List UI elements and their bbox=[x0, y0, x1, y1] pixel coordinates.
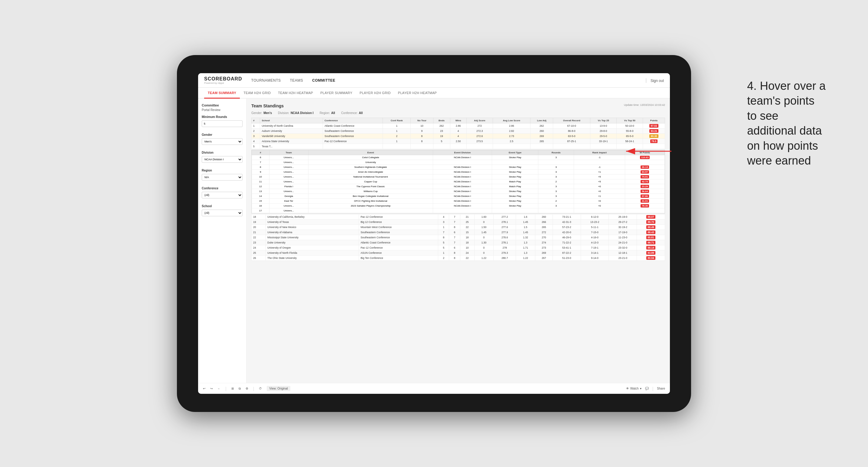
list-item: 10 bbox=[252, 175, 270, 179]
tab-player-summary[interactable]: PLAYER SUMMARY bbox=[317, 88, 356, 99]
list-item bbox=[433, 208, 492, 213]
table-row: 2.86 bbox=[450, 123, 466, 129]
view-original-button[interactable]: View: Original bbox=[267, 386, 290, 391]
list-item: +0 bbox=[574, 199, 625, 204]
table-row: 23-21-0 bbox=[609, 256, 637, 261]
table-row: 1.45 bbox=[516, 230, 535, 235]
app-title: SCOREBOARD bbox=[204, 76, 242, 82]
region-select[interactable]: N/A East bbox=[202, 174, 243, 181]
col-overall: Overall Record bbox=[553, 118, 590, 123]
table-row: Big 12 Conference bbox=[359, 220, 438, 225]
table-row: 25 bbox=[460, 220, 474, 225]
tab-team-summary[interactable]: TEAM SUMMARY bbox=[204, 88, 240, 99]
time-button[interactable]: ⏱ bbox=[259, 387, 262, 390]
list-item: 41.01 bbox=[625, 199, 665, 204]
table-row: 63-5-0 bbox=[553, 134, 590, 139]
table-row: ASUN Conference bbox=[359, 250, 438, 256]
list-item: NCAA Division I bbox=[433, 175, 492, 179]
table-row: 0 bbox=[474, 250, 493, 256]
list-item bbox=[574, 208, 625, 213]
copy-button[interactable]: ⧉ bbox=[239, 387, 241, 391]
share-button[interactable]: Share bbox=[657, 387, 665, 390]
col-vs-top25: Vs Top 25 bbox=[590, 118, 617, 123]
undo-button[interactable]: ↩ bbox=[203, 387, 205, 390]
table-row: 260 bbox=[530, 129, 553, 134]
table-row: 270 bbox=[535, 235, 553, 240]
redo-button[interactable]: ↪ bbox=[210, 387, 213, 390]
list-item: 7 bbox=[252, 160, 270, 165]
table-row: 19 bbox=[433, 134, 450, 139]
table-row: 272.6 bbox=[466, 134, 493, 139]
table-row: University of Alabama bbox=[266, 230, 359, 235]
comment-button[interactable]: 💬 bbox=[645, 387, 649, 390]
list-item: Univers... bbox=[269, 204, 308, 208]
table-row: Auburn University bbox=[260, 129, 323, 134]
list-item: Stroke Play bbox=[492, 189, 538, 194]
table-row: 42-20-0 bbox=[553, 230, 581, 235]
table-row: 2.82 bbox=[493, 129, 530, 134]
table-row: Southeastern Conference bbox=[323, 129, 383, 134]
table-row: 7-15-0 bbox=[581, 230, 609, 235]
list-item: 2 bbox=[538, 179, 574, 184]
table-row: 85.81 bbox=[637, 235, 665, 240]
table-row: 88.71 bbox=[637, 240, 665, 245]
tablet-device: SCOREBOARD Powered by clippd TOURNAMENTS… bbox=[177, 55, 691, 412]
list-item: Stroke Play bbox=[492, 175, 538, 179]
grid-button[interactable]: ⊞ bbox=[231, 387, 234, 390]
tab-team-h2h-heatmap[interactable]: TEAM H2H HEATMAP bbox=[274, 88, 317, 99]
table-row: Mountain West Conference bbox=[359, 225, 438, 230]
table-row: 277.9 bbox=[494, 230, 516, 235]
table-row: 279.3 bbox=[494, 250, 516, 256]
conference-select[interactable]: (All) bbox=[202, 192, 243, 198]
list-item: Southern Highlands Collegiate bbox=[308, 165, 433, 170]
list-item: 2023 Sahalee Players Championship bbox=[308, 204, 433, 208]
col-bnds: Bnds bbox=[433, 118, 450, 123]
list-item: NCAA Division I bbox=[433, 155, 492, 160]
table-row: Arizona State University bbox=[260, 139, 323, 144]
table-row bbox=[553, 144, 590, 149]
list-item bbox=[625, 208, 665, 213]
table-row: 1 bbox=[383, 139, 411, 144]
col-low-adj: Low Adj bbox=[530, 118, 553, 123]
division-select[interactable]: NCAA Division I NCAA Division II bbox=[202, 156, 243, 163]
sidebar-region-label: Region bbox=[202, 169, 243, 172]
tab-player-h2h-heatmap[interactable]: PLAYER H2H HEATMAP bbox=[394, 88, 440, 99]
table-row: 5 bbox=[433, 139, 450, 144]
table-row: 272.3 bbox=[466, 129, 493, 134]
table-row: 4 bbox=[252, 139, 260, 144]
list-item bbox=[625, 160, 665, 165]
table-row: 23 bbox=[433, 129, 450, 134]
back-button[interactable]: ← bbox=[217, 387, 220, 390]
table-row: 8 bbox=[411, 134, 433, 139]
tab-team-h2h-grid[interactable]: TEAM H2H GRID bbox=[240, 88, 274, 99]
nav-tournaments[interactable]: TOURNAMENTS bbox=[251, 77, 281, 84]
list-item: +5 bbox=[574, 175, 625, 179]
min-rounds-input[interactable] bbox=[202, 120, 243, 127]
table-row: 46-29-0 bbox=[553, 235, 581, 240]
sidebar-conference-label: Conference bbox=[202, 187, 243, 190]
table-row: Atlantic Coast Conference bbox=[323, 123, 383, 129]
watch-button[interactable]: 👁 Watch ▾ bbox=[626, 387, 642, 390]
settings-button[interactable]: ⚙ bbox=[246, 387, 248, 390]
table-row: 2 bbox=[383, 134, 411, 139]
table-row: University of Texas bbox=[266, 220, 359, 225]
filter-conference: Conference: All bbox=[341, 111, 363, 115]
table-row: 57-23-2 bbox=[553, 225, 581, 230]
col-no-tour: No Tour bbox=[411, 118, 433, 123]
tab-player-h2h-grid[interactable]: PLAYER H2H GRID bbox=[356, 88, 394, 99]
table-row: The Ohio State University bbox=[266, 256, 359, 261]
table-row: 20 bbox=[252, 225, 266, 230]
list-item: +5 bbox=[574, 179, 625, 184]
table-row: Southeastern Conference bbox=[359, 235, 438, 240]
filter-region: Region: All bbox=[320, 111, 335, 115]
nav-committee[interactable]: COMMITTEE bbox=[312, 77, 335, 84]
tooltip-col-team: Team bbox=[269, 150, 308, 155]
gender-select[interactable]: Men's Women's bbox=[202, 138, 243, 145]
sign-out-button[interactable]: Sign out bbox=[651, 79, 664, 83]
table-row: 23-32-0 bbox=[609, 245, 637, 250]
school-select[interactable]: (All) bbox=[202, 210, 243, 216]
table-row: 2.73 bbox=[493, 134, 530, 139]
main-nav: TOURNAMENTS TEAMS COMMITTEE bbox=[251, 77, 646, 84]
table-row: 97.02 bbox=[643, 123, 665, 129]
nav-teams[interactable]: TEAMS bbox=[290, 77, 303, 84]
